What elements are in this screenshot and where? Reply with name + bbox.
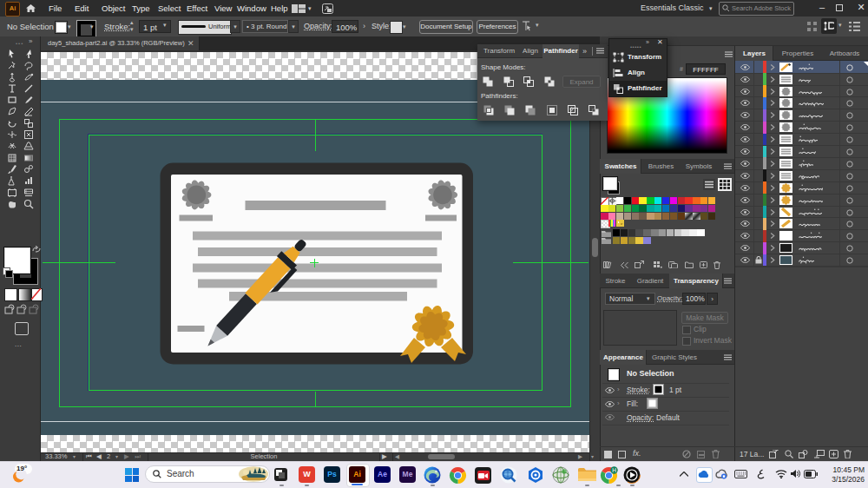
- svg-text:H: H: [612, 467, 616, 473]
